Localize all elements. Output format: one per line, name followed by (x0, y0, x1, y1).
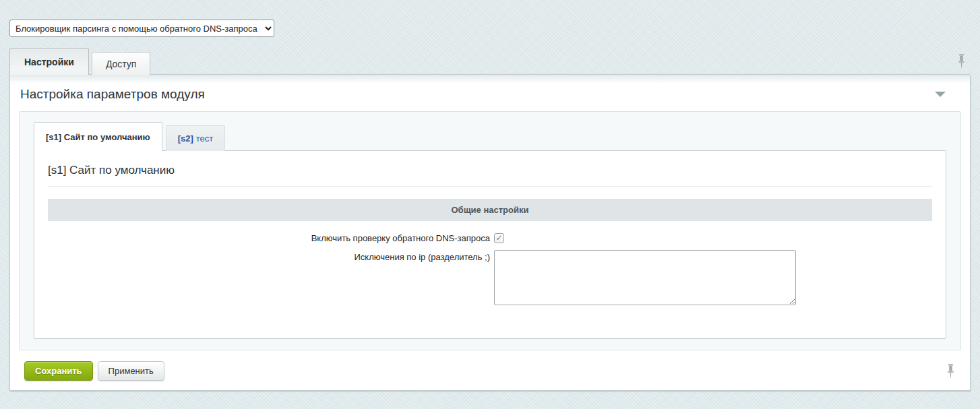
dns-check-label: Включить проверку обратного DNS-запроса (48, 231, 490, 244)
module-options-fieldset: [s1] Сайт по умолчанию [s2] тест [s1] Са… (19, 111, 961, 350)
save-button[interactable]: Сохранить (24, 361, 93, 381)
site-tab-s2-prefix: [s2] (178, 133, 193, 144)
collapse-section-button[interactable] (932, 89, 948, 100)
form-row-dns-check: Включить проверку обратного DNS-запроса (48, 231, 932, 244)
site-tab-bar: [s1] Сайт по умолчанию [s2] тест (34, 122, 946, 151)
site-tab-s1-label: [s1] Сайт по умолчанию (46, 132, 150, 142)
pushpin-icon-graphic (957, 54, 966, 69)
pushpin-icon-graphic (946, 364, 955, 379)
module-select-area: Блокировщик парсинга с помощью обратного… (0, 0, 980, 37)
tab-access-label: Доступ (106, 59, 137, 69)
ip-exceptions-textarea[interactable] (494, 250, 796, 305)
tab-settings-label: Настройки (24, 57, 74, 67)
apply-button[interactable]: Применить (98, 361, 164, 381)
site-settings-content: [s1] Сайт по умолчанию Общие настройки В… (34, 150, 946, 339)
chevron-down-icon (935, 92, 946, 97)
site-tab-s2[interactable]: [s2] тест (166, 125, 226, 151)
site-settings-heading: [s1] Сайт по умолчанию (48, 164, 932, 187)
site-tab-s2-label: тест (196, 133, 214, 144)
site-tab-s1[interactable]: [s1] Сайт по умолчанию (34, 122, 162, 151)
settings-group-header-label: Общие настройки (452, 205, 529, 215)
page-title: Настройка параметров модуля (20, 87, 205, 102)
section-header: Настройка параметров модуля (10, 75, 970, 111)
tab-settings[interactable]: Настройки (9, 48, 89, 75)
top-tab-bar: Настройки Доступ (0, 48, 980, 75)
ip-exceptions-control (490, 250, 796, 308)
dns-check-checkbox[interactable] (494, 233, 504, 243)
settings-group-header: Общие настройки (48, 199, 932, 221)
tab-access[interactable]: Доступ (92, 52, 151, 75)
pin-icon-bottom[interactable] (946, 364, 955, 379)
settings-panel: Настройка параметров модуля [s1] Сайт по… (9, 74, 971, 391)
dns-check-control (490, 231, 504, 244)
form-row-ip-exceptions: Исключения по ip (разделитель ;) (48, 250, 932, 308)
form-buttons-bar: Сохранить Применить (10, 350, 970, 381)
ip-exceptions-label: Исключения по ip (разделитель ;) (48, 250, 490, 263)
pin-icon[interactable] (957, 54, 966, 69)
module-select[interactable]: Блокировщик парсинга с помощью обратного… (9, 20, 274, 37)
